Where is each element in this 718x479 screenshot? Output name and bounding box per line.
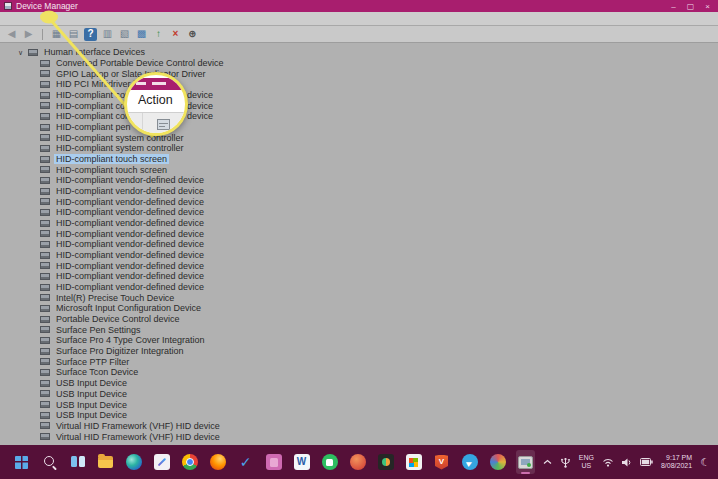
device-tree-item[interactable]: USB Input Device: [0, 399, 718, 410]
forward-button[interactable]: ▶: [22, 28, 35, 41]
device-tree-item[interactable]: HID-compliant vendor-defined device: [0, 196, 718, 207]
window-controls: –▢×: [665, 0, 716, 12]
device-tree-item[interactable]: HID-compliant consumer control device: [0, 100, 718, 111]
pink-app-icon[interactable]: [264, 450, 283, 474]
device-tree-item[interactable]: Surface Pro Digitizer Integration: [0, 346, 718, 357]
device-tree-item[interactable]: Converted Portable Device Control device: [0, 58, 718, 69]
dark-app-icon[interactable]: [376, 450, 395, 474]
telegram-icon[interactable]: ▶: [460, 450, 479, 474]
colorful-app-icon[interactable]: [488, 450, 507, 474]
focus-assist-icon[interactable]: ☾: [700, 457, 710, 468]
chrome-icon[interactable]: [180, 450, 199, 474]
device-tree-item[interactable]: Microsoft Input Configuration Device: [0, 303, 718, 314]
word-icon[interactable]: W: [292, 450, 311, 474]
computers-icon[interactable]: ▥: [101, 28, 114, 41]
task-view-button[interactable]: [68, 450, 87, 474]
tray-chevron-icon[interactable]: [543, 459, 552, 465]
title-bar[interactable]: Device Manager –▢×: [0, 0, 718, 12]
menu-bar: [0, 12, 718, 26]
maximize-button[interactable]: ▢: [682, 0, 699, 12]
close-button[interactable]: ×: [699, 0, 716, 12]
device-tree-item[interactable]: HID-compliant system controller: [0, 132, 718, 143]
device-tree-item[interactable]: HID-compliant vendor-defined device: [0, 239, 718, 250]
minimize-button[interactable]: –: [665, 0, 682, 12]
device-tree-item[interactable]: HID-compliant vendor-defined device: [0, 282, 718, 293]
store-icon[interactable]: [404, 450, 423, 474]
device-tree-item[interactable]: Portable Device Control device: [0, 314, 718, 325]
device-tree-item[interactable]: Surface Tcon Device: [0, 367, 718, 378]
device-tree-item[interactable]: HID PCI Minidriver for ISS: [0, 79, 718, 90]
device-icon: [40, 230, 50, 237]
help-icon[interactable]: ?: [84, 28, 97, 41]
console-tree-icon[interactable]: ▦: [50, 28, 63, 41]
evernote-icon[interactable]: [320, 450, 339, 474]
scan-hardware-icon[interactable]: ⊕: [186, 28, 199, 41]
device-tree-item[interactable]: HID-compliant consumer control device: [0, 90, 718, 101]
back-button[interactable]: ◀: [5, 28, 18, 41]
device-tree-item[interactable]: HID-compliant vendor-defined device: [0, 175, 718, 186]
firefox-icon[interactable]: [208, 450, 227, 474]
expand-chevron-icon[interactable]: ∨: [18, 49, 28, 56]
device-tree-item[interactable]: HID-compliant vendor-defined device: [0, 218, 718, 229]
device-tree-item[interactable]: HID-compliant vendor-defined device: [0, 186, 718, 197]
device-tree-item[interactable]: Intel(R) Precise Touch Device: [0, 292, 718, 303]
edge-icon[interactable]: [124, 450, 143, 474]
device-tree-item[interactable]: Surface PTP Filter: [0, 356, 718, 367]
battery-icon[interactable]: [640, 458, 653, 466]
properties-icon[interactable]: ▤: [67, 28, 80, 41]
export-icon[interactable]: ▧: [118, 28, 131, 41]
system-tray: ENG US 9:17 PM 8/08/2021 ☾: [543, 445, 710, 479]
remote-desktop-icon[interactable]: ▩: [135, 28, 148, 41]
start-button[interactable]: [12, 450, 31, 474]
device-tree-item[interactable]: HID-compliant touch screen: [0, 164, 718, 175]
device-tree-item[interactable]: HID-compliant pen: [0, 122, 718, 133]
volume-icon[interactable]: [622, 458, 632, 467]
device-tree-item[interactable]: HID-compliant vendor-defined device: [0, 228, 718, 239]
taskbar-apps: ✓ W V ▶: [12, 445, 535, 479]
usb-icon[interactable]: [560, 457, 571, 468]
update-driver-icon[interactable]: ↑: [152, 28, 165, 41]
tree-root-human-interface-devices[interactable]: ∨ Human Interface Devices: [0, 47, 718, 58]
uninstall-icon[interactable]: ×: [169, 28, 182, 41]
device-tree: ∨ Human Interface Devices Converted Port…: [0, 43, 718, 442]
device-tree-item[interactable]: USB Input Device: [0, 410, 718, 421]
device-icon: [40, 166, 50, 173]
device-tree-item[interactable]: Virtual HID Framework (VHF) HID device: [0, 431, 718, 442]
device-tree-item[interactable]: HID-compliant system controller: [0, 143, 718, 154]
tree-root-label: Human Interface Devices: [42, 47, 147, 57]
device-icon: [40, 294, 50, 301]
clock[interactable]: 9:17 PM 8/08/2021: [661, 454, 692, 471]
language-line2: US: [582, 462, 592, 470]
device-icon: [40, 92, 50, 99]
orange-app-icon[interactable]: [348, 450, 367, 474]
file-explorer-icon[interactable]: [96, 450, 115, 474]
toolbar-separator[interactable]: [42, 29, 43, 40]
device-tree-item[interactable]: HID-compliant vendor-defined device: [0, 250, 718, 261]
device-tree-item[interactable]: USB Input Device: [0, 389, 718, 400]
device-manager-icon[interactable]: [516, 450, 535, 474]
device-list-panel[interactable]: ∨ Human Interface Devices Converted Port…: [0, 43, 718, 445]
device-label: Portable Device Control device: [54, 314, 182, 324]
device-tree-item[interactable]: HID-compliant vendor-defined device: [0, 271, 718, 282]
device-tree-item[interactable]: HID-compliant consumer control device: [0, 111, 718, 122]
device-tree-item[interactable]: USB Input Device: [0, 378, 718, 389]
device-tree-item[interactable]: HID-compliant vendor-defined device: [0, 207, 718, 218]
photos-icon[interactable]: [152, 450, 171, 474]
language-indicator[interactable]: ENG US: [579, 454, 594, 470]
search-button[interactable]: [40, 450, 59, 474]
device-tree-item[interactable]: Surface Pro 4 Type Cover Integration: [0, 335, 718, 346]
callout-magnifier: Action: [124, 72, 188, 136]
device-icon: [40, 284, 50, 291]
wifi-icon[interactable]: [602, 458, 614, 467]
device-tree-item[interactable]: GPIO Laptop or Slate Indicator Driver: [0, 68, 718, 79]
device-tree-item[interactable]: HID-compliant vendor-defined device: [0, 260, 718, 271]
device-icon: [40, 209, 50, 216]
device-tree-item[interactable]: Virtual HID Framework (VHF) HID device: [0, 421, 718, 432]
device-icon: [40, 369, 50, 376]
device-tree-item[interactable]: HID-compliant touch screen: [0, 154, 718, 165]
checkmark-app-icon[interactable]: ✓: [236, 450, 255, 474]
brave-icon[interactable]: V: [432, 450, 451, 474]
device-label: HID-compliant vendor-defined device: [54, 271, 206, 281]
device-label: USB Input Device: [54, 389, 129, 399]
device-tree-item[interactable]: Surface Pen Settings: [0, 324, 718, 335]
